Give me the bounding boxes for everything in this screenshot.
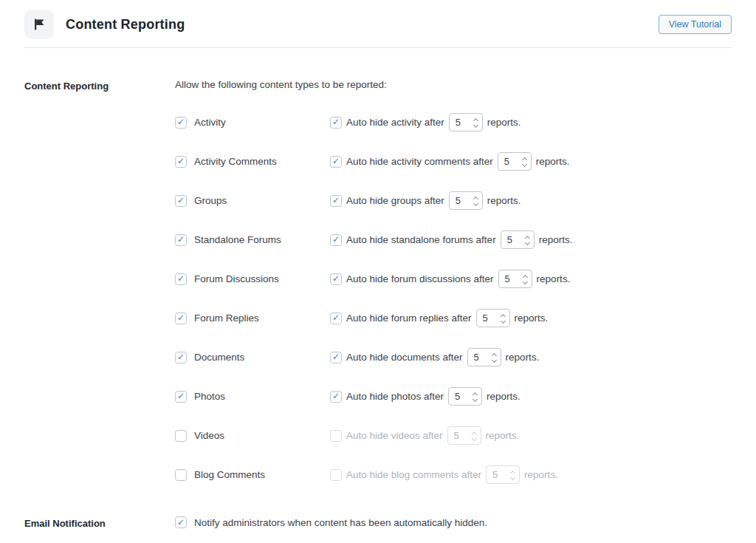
reports-count-input[interactable]: 5 bbox=[447, 426, 481, 445]
content-type-label: Blog Comments bbox=[194, 469, 265, 480]
content-type-checkbox[interactable] bbox=[175, 391, 187, 403]
content-type-checkbox[interactable] bbox=[175, 156, 187, 168]
content-type-label: Standalone Forums bbox=[194, 234, 281, 245]
reports-count-value: 5 bbox=[505, 273, 510, 284]
reports-suffix: reports. bbox=[515, 313, 549, 324]
reports-count-input[interactable]: 5 bbox=[449, 191, 483, 210]
stepper-arrows-icon[interactable] bbox=[523, 275, 527, 284]
stepper-arrows-icon[interactable] bbox=[501, 314, 505, 323]
content-type-row: Videos Auto hide videos after 5 reports. bbox=[175, 426, 732, 445]
content-type-checkbox[interactable] bbox=[175, 234, 187, 246]
auto-hide-group: Auto hide photos after 5 reports. bbox=[330, 387, 732, 406]
stepper-arrows-icon[interactable] bbox=[523, 157, 526, 166]
auto-hide-checkbox[interactable] bbox=[330, 234, 342, 246]
content-reporting-section: Content Reporting Allow the following co… bbox=[24, 79, 732, 505]
content-type-label: Photos bbox=[194, 391, 225, 402]
auto-hide-checkbox[interactable] bbox=[330, 313, 342, 324]
page-header: Content Reporting View Tutorial bbox=[0, 0, 756, 47]
auto-hide-label: Auto hide groups after bbox=[346, 195, 444, 206]
stepper-arrows-icon[interactable] bbox=[472, 431, 476, 440]
content-type-row: Blog Comments Auto hide blog comments af… bbox=[175, 465, 732, 484]
email-notification-text: Notify administrators when content has b… bbox=[194, 517, 487, 528]
reports-count-input[interactable]: 5 bbox=[448, 387, 482, 406]
reports-count-input[interactable]: 5 bbox=[486, 465, 520, 484]
reports-suffix: reports. bbox=[506, 352, 540, 363]
auto-hide-group: Auto hide blog comments after 5 reports. bbox=[330, 465, 732, 484]
auto-hide-checkbox[interactable] bbox=[330, 156, 342, 168]
content-type-checkbox[interactable] bbox=[175, 273, 187, 285]
content-type-row: Activity Auto hide activity after 5 repo… bbox=[175, 113, 732, 132]
reports-count-value: 5 bbox=[456, 117, 461, 128]
stepper-arrows-icon[interactable] bbox=[511, 471, 515, 479]
section-description: Allow the following content types to be … bbox=[175, 79, 732, 90]
section-label-content-reporting: Content Reporting bbox=[24, 79, 175, 92]
content-type-toggle-group: Forum Replies bbox=[175, 313, 330, 324]
content-type-row: Documents Auto hide documents after 5 re… bbox=[175, 348, 732, 366]
reports-suffix: reports. bbox=[486, 430, 520, 441]
reports-count-input[interactable]: 5 bbox=[476, 309, 510, 327]
section-label-email-notification: Email Notification bbox=[24, 516, 175, 529]
auto-hide-label: Auto hide forum discussions after bbox=[346, 273, 494, 284]
reports-suffix: reports. bbox=[539, 234, 573, 245]
content-type-checkbox[interactable] bbox=[175, 195, 187, 207]
reports-count-value: 5 bbox=[474, 352, 479, 363]
content-type-toggle-group: Activity Comments bbox=[175, 156, 330, 168]
reports-count-value: 5 bbox=[492, 469, 498, 480]
content-type-toggle-group: Standalone Forums bbox=[175, 234, 330, 246]
auto-hide-checkbox[interactable] bbox=[330, 273, 342, 285]
reports-count-input[interactable]: 5 bbox=[498, 152, 532, 171]
content-type-row: Standalone Forums Auto hide standalone f… bbox=[175, 230, 732, 249]
content-type-row: Activity Comments Auto hide activity com… bbox=[175, 152, 732, 171]
reports-suffix: reports. bbox=[524, 469, 558, 480]
auto-hide-label: Auto hide videos after bbox=[346, 430, 443, 441]
content-type-checkbox[interactable] bbox=[175, 430, 187, 442]
reports-count-value: 5 bbox=[454, 430, 459, 441]
content-type-row: Forum Replies Auto hide forum replies af… bbox=[175, 309, 732, 327]
auto-hide-label: Auto hide documents after bbox=[346, 352, 463, 363]
content-type-checkbox[interactable] bbox=[175, 117, 187, 129]
auto-hide-checkbox[interactable] bbox=[330, 195, 342, 207]
auto-hide-group: Auto hide activity comments after 5 repo… bbox=[330, 152, 732, 171]
content-type-toggle-group: Activity bbox=[175, 117, 330, 129]
reports-suffix: reports. bbox=[487, 195, 521, 206]
reports-suffix: reports. bbox=[487, 117, 521, 128]
stepper-arrows-icon[interactable] bbox=[492, 353, 496, 362]
reports-count-input[interactable]: 5 bbox=[498, 270, 532, 288]
auto-hide-label: Auto hide standalone forums after bbox=[346, 234, 496, 245]
content-type-checkbox[interactable] bbox=[175, 313, 187, 324]
content-type-label: Activity bbox=[194, 117, 226, 128]
stepper-arrows-icon[interactable] bbox=[474, 197, 478, 205]
content-type-label: Forum Replies bbox=[194, 313, 259, 324]
stepper-arrows-icon[interactable] bbox=[473, 392, 477, 401]
reports-count-value: 5 bbox=[504, 156, 509, 167]
reports-count-input[interactable]: 5 bbox=[449, 113, 483, 132]
content-reporting-fields: Allow the following content types to be … bbox=[175, 79, 732, 505]
auto-hide-checkbox[interactable] bbox=[330, 430, 342, 442]
email-notification-checkbox[interactable] bbox=[175, 516, 187, 528]
reports-suffix: reports. bbox=[536, 156, 570, 167]
content-type-checkbox[interactable] bbox=[175, 469, 187, 481]
content-type-toggle-group: Groups bbox=[175, 195, 330, 207]
content-type-label: Videos bbox=[194, 430, 224, 441]
content-type-toggle-group: Blog Comments bbox=[175, 469, 330, 481]
auto-hide-checkbox[interactable] bbox=[330, 391, 342, 403]
content-type-row: Groups Auto hide groups after 5 reports. bbox=[175, 191, 732, 210]
auto-hide-checkbox[interactable] bbox=[330, 117, 342, 129]
email-notification-section: Email Notification Notify administrators… bbox=[24, 516, 732, 529]
reports-count-value: 5 bbox=[456, 195, 461, 206]
content-type-toggle-group: Documents bbox=[175, 352, 330, 363]
reports-count-input[interactable]: 5 bbox=[467, 348, 501, 366]
content-type-label: Documents bbox=[194, 352, 244, 363]
auto-hide-group: Auto hide documents after 5 reports. bbox=[330, 348, 732, 366]
content-type-label: Groups bbox=[194, 195, 227, 206]
auto-hide-group: Auto hide videos after 5 reports. bbox=[330, 426, 732, 445]
stepper-arrows-icon[interactable] bbox=[526, 236, 529, 245]
auto-hide-checkbox[interactable] bbox=[330, 469, 342, 481]
flag-icon bbox=[24, 10, 54, 39]
reports-count-input[interactable]: 5 bbox=[501, 230, 535, 249]
auto-hide-checkbox[interactable] bbox=[330, 352, 342, 363]
content-type-checkbox[interactable] bbox=[175, 352, 187, 363]
reports-count-value: 5 bbox=[455, 391, 460, 402]
stepper-arrows-icon[interactable] bbox=[474, 118, 478, 127]
view-tutorial-button[interactable]: View Tutorial bbox=[659, 15, 732, 35]
